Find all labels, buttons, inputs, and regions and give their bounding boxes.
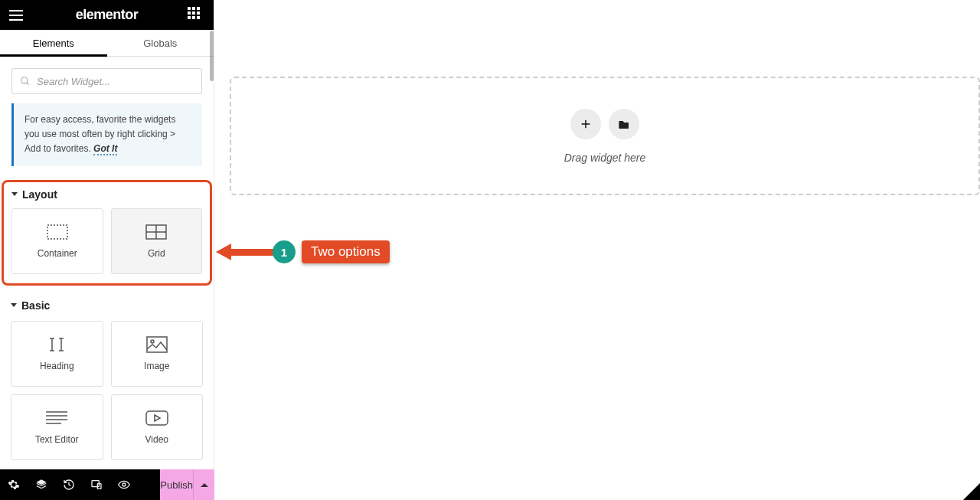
layout-section-toggle[interactable]: Layout [11,188,202,201]
widget-label: Container [38,248,77,259]
annotation-arrow [216,248,276,256]
section-layout: Layout Container Grid [2,180,212,286]
dropzone-actions [570,109,639,139]
widget-text-editor[interactable]: Text Editor [11,394,103,460]
layout-section-title: Layout [22,188,57,201]
widget-label: Video [145,434,168,445]
widget-heading[interactable]: Heading [11,321,103,387]
annotation-step-number: 1 [273,240,296,263]
tab-elements[interactable]: Elements [0,30,107,56]
app-title: elementor [76,7,139,23]
svg-point-15 [122,483,126,486]
search-input[interactable] [37,76,194,87]
widget-video[interactable]: Video [111,394,204,460]
add-template-button[interactable] [609,109,639,139]
sidebar-header: elementor [0,0,214,30]
publish-options-caret[interactable] [193,469,214,500]
widget-label: Heading [40,361,74,371]
menu-icon[interactable] [9,7,26,24]
history-icon[interactable] [55,469,83,500]
sidebar-scrollbar[interactable] [210,31,214,81]
heading-icon [45,336,68,353]
layout-widgets: Container Grid [11,208,202,274]
basic-section-title: Basic [21,299,50,312]
search-widget-box[interactable] [11,68,202,94]
editor-canvas: Drag widget here [230,77,980,195]
svg-line-1 [27,83,29,85]
tip-got-it-link[interactable]: Got It [93,143,117,155]
widget-grid[interactable]: Grid [111,208,203,274]
caret-down-icon [11,192,18,196]
widget-label: Grid [148,248,165,259]
video-icon [145,410,168,426]
tab-globals[interactable]: Globals [107,30,214,56]
apps-grid-icon[interactable] [188,7,204,24]
svg-point-0 [21,77,28,83]
settings-icon[interactable] [0,469,28,500]
bottom-toolbar: Publish [0,469,214,500]
svg-rect-12 [146,411,168,425]
container-icon [46,224,69,240]
section-basic: Basic Heading Image Text Editor [0,293,214,460]
svg-rect-6 [147,337,167,352]
widget-label: Text Editor [35,434,79,445]
navigator-icon[interactable] [28,469,55,500]
dropzone-label: Drag widget here [564,152,646,164]
annotation-label: Two options [302,240,390,263]
responsive-icon[interactable] [83,469,110,500]
favorites-tip: For easy access, favorite the widgets yo… [11,103,202,166]
tutorial-annotation: 1 Two options [216,240,390,263]
basic-section-toggle[interactable]: Basic [11,299,203,312]
add-section-button[interactable] [570,109,601,139]
svg-rect-2 [47,225,67,239]
preview-icon[interactable] [110,469,138,500]
caret-down-icon [11,303,17,307]
search-icon [20,76,31,87]
image-icon [145,336,168,353]
widget-dropzone[interactable]: Drag widget here [230,77,980,195]
widget-label: Image [144,361,169,371]
widget-container[interactable]: Container [11,208,103,274]
corner-triangle [963,483,980,500]
publish-button[interactable]: Publish [160,469,193,500]
basic-widgets: Heading Image Text Editor Video [11,321,203,460]
elementor-sidebar: elementor Elements Globals For easy acce… [0,0,214,469]
widget-image[interactable]: Image [111,321,204,387]
text-editor-icon [45,410,68,426]
svg-point-7 [151,340,154,343]
panel-tabs: Elements Globals [0,30,214,57]
grid-icon [145,224,168,240]
